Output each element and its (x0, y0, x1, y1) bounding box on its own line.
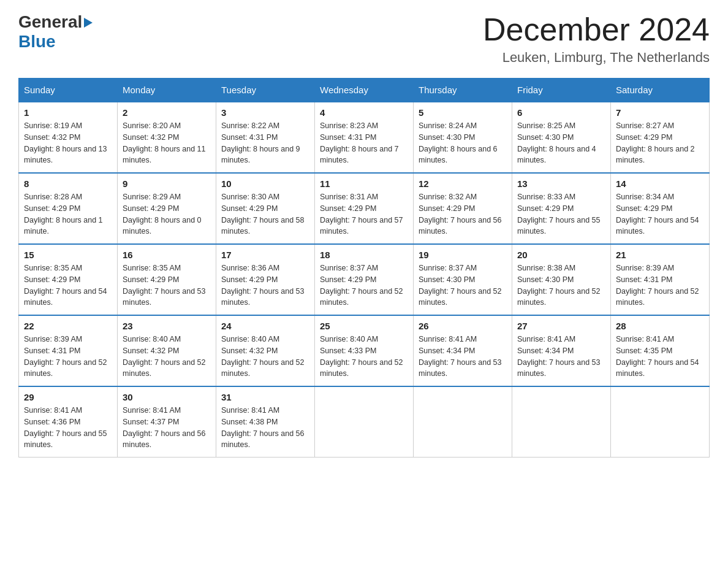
calendar-cell: 15 Sunrise: 8:35 AMSunset: 4:29 PMDaylig… (19, 244, 118, 315)
calendar-cell: 8 Sunrise: 8:28 AMSunset: 4:29 PMDayligh… (19, 173, 118, 244)
week-row-4: 22 Sunrise: 8:39 AMSunset: 4:31 PMDaylig… (19, 315, 710, 386)
day-number: 26 (419, 321, 507, 331)
calendar-cell: 30 Sunrise: 8:41 AMSunset: 4:37 PMDaylig… (118, 386, 216, 458)
day-info: Sunrise: 8:41 AMSunset: 4:35 PMDaylight:… (616, 334, 704, 380)
day-number: 16 (123, 250, 211, 260)
calendar-cell (512, 386, 611, 458)
day-info: Sunrise: 8:32 AMSunset: 4:29 PMDaylight:… (419, 191, 507, 237)
calendar-cell (315, 386, 414, 458)
day-number: 11 (320, 178, 408, 189)
day-number: 24 (221, 321, 309, 331)
calendar-cell: 14 Sunrise: 8:34 AMSunset: 4:29 PMDaylig… (611, 173, 710, 244)
calendar-cell: 18 Sunrise: 8:37 AMSunset: 4:29 PMDaylig… (315, 244, 414, 315)
month-title: December 2024 (483, 12, 710, 47)
calendar-cell: 12 Sunrise: 8:32 AMSunset: 4:29 PMDaylig… (414, 173, 512, 244)
day-number: 4 (320, 107, 408, 118)
calendar-cell: 16 Sunrise: 8:35 AMSunset: 4:29 PMDaylig… (118, 244, 216, 315)
logo: General Blue (18, 12, 93, 52)
day-info: Sunrise: 8:39 AMSunset: 4:31 PMDaylight:… (24, 334, 112, 380)
week-row-1: 1 Sunrise: 8:19 AMSunset: 4:32 PMDayligh… (19, 102, 710, 173)
day-number: 31 (221, 392, 309, 402)
calendar-cell: 22 Sunrise: 8:39 AMSunset: 4:31 PMDaylig… (19, 315, 118, 386)
day-number: 8 (24, 178, 112, 189)
calendar-cell: 29 Sunrise: 8:41 AMSunset: 4:36 PMDaylig… (19, 386, 118, 458)
day-header-sunday: Sunday (19, 79, 118, 102)
day-info: Sunrise: 8:23 AMSunset: 4:31 PMDaylight:… (320, 120, 408, 166)
day-number: 29 (24, 392, 112, 402)
logo-blue-text: Blue (18, 32, 56, 52)
calendar-cell: 31 Sunrise: 8:41 AMSunset: 4:38 PMDaylig… (216, 386, 315, 458)
calendar-cell: 28 Sunrise: 8:41 AMSunset: 4:35 PMDaylig… (611, 315, 710, 386)
day-number: 30 (123, 392, 211, 402)
day-info: Sunrise: 8:25 AMSunset: 4:30 PMDaylight:… (517, 120, 605, 166)
day-number: 6 (517, 107, 605, 118)
calendar-cell: 27 Sunrise: 8:41 AMSunset: 4:34 PMDaylig… (512, 315, 611, 386)
calendar-cell: 11 Sunrise: 8:31 AMSunset: 4:29 PMDaylig… (315, 173, 414, 244)
day-number: 27 (517, 321, 605, 331)
day-number: 12 (419, 178, 507, 189)
day-header-tuesday: Tuesday (216, 79, 315, 102)
calendar-cell: 7 Sunrise: 8:27 AMSunset: 4:29 PMDayligh… (611, 102, 710, 173)
day-header-thursday: Thursday (414, 79, 512, 102)
day-info: Sunrise: 8:31 AMSunset: 4:29 PMDaylight:… (320, 191, 408, 237)
day-header-wednesday: Wednesday (315, 79, 414, 102)
day-number: 17 (221, 250, 309, 260)
day-number: 1 (24, 107, 112, 118)
calendar-cell: 23 Sunrise: 8:40 AMSunset: 4:32 PMDaylig… (118, 315, 216, 386)
day-info: Sunrise: 8:30 AMSunset: 4:29 PMDaylight:… (221, 191, 309, 237)
day-info: Sunrise: 8:37 AMSunset: 4:29 PMDaylight:… (320, 262, 408, 308)
day-number: 3 (221, 107, 309, 118)
day-number: 25 (320, 321, 408, 331)
header-row: SundayMondayTuesdayWednesdayThursdayFrid… (19, 79, 710, 102)
day-number: 23 (123, 321, 211, 331)
day-number: 28 (616, 321, 704, 331)
day-info: Sunrise: 8:39 AMSunset: 4:31 PMDaylight:… (616, 262, 704, 308)
day-info: Sunrise: 8:20 AMSunset: 4:32 PMDaylight:… (123, 120, 211, 166)
logo-triangle-icon (84, 18, 93, 28)
day-number: 18 (320, 250, 408, 260)
day-info: Sunrise: 8:35 AMSunset: 4:29 PMDaylight:… (24, 262, 112, 308)
day-info: Sunrise: 8:24 AMSunset: 4:30 PMDaylight:… (419, 120, 507, 166)
calendar-cell: 19 Sunrise: 8:37 AMSunset: 4:30 PMDaylig… (414, 244, 512, 315)
calendar-cell: 26 Sunrise: 8:41 AMSunset: 4:34 PMDaylig… (414, 315, 512, 386)
day-number: 14 (616, 178, 704, 189)
day-info: Sunrise: 8:41 AMSunset: 4:36 PMDaylight:… (24, 405, 112, 451)
calendar-cell: 25 Sunrise: 8:40 AMSunset: 4:33 PMDaylig… (315, 315, 414, 386)
calendar-table: SundayMondayTuesdayWednesdayThursdayFrid… (18, 78, 710, 458)
calendar-cell: 4 Sunrise: 8:23 AMSunset: 4:31 PMDayligh… (315, 102, 414, 173)
calendar-cell: 9 Sunrise: 8:29 AMSunset: 4:29 PMDayligh… (118, 173, 216, 244)
day-info: Sunrise: 8:40 AMSunset: 4:32 PMDaylight:… (221, 334, 309, 380)
calendar-cell: 24 Sunrise: 8:40 AMSunset: 4:32 PMDaylig… (216, 315, 315, 386)
calendar-cell: 2 Sunrise: 8:20 AMSunset: 4:32 PMDayligh… (118, 102, 216, 173)
day-number: 22 (24, 321, 112, 331)
calendar-cell: 1 Sunrise: 8:19 AMSunset: 4:32 PMDayligh… (19, 102, 118, 173)
day-header-friday: Friday (512, 79, 611, 102)
day-header-monday: Monday (118, 79, 216, 102)
day-info: Sunrise: 8:41 AMSunset: 4:34 PMDaylight:… (517, 334, 605, 380)
day-info: Sunrise: 8:33 AMSunset: 4:29 PMDaylight:… (517, 191, 605, 237)
calendar-cell: 3 Sunrise: 8:22 AMSunset: 4:31 PMDayligh… (216, 102, 315, 173)
day-number: 2 (123, 107, 211, 118)
day-number: 20 (517, 250, 605, 260)
week-row-5: 29 Sunrise: 8:41 AMSunset: 4:36 PMDaylig… (19, 386, 710, 458)
day-info: Sunrise: 8:27 AMSunset: 4:29 PMDaylight:… (616, 120, 704, 166)
location-subtitle: Leuken, Limburg, The Netherlands (483, 50, 710, 66)
day-number: 5 (419, 107, 507, 118)
day-number: 7 (616, 107, 704, 118)
day-header-saturday: Saturday (611, 79, 710, 102)
day-info: Sunrise: 8:41 AMSunset: 4:38 PMDaylight:… (221, 405, 309, 451)
day-info: Sunrise: 8:22 AMSunset: 4:31 PMDaylight:… (221, 120, 309, 166)
day-number: 19 (419, 250, 507, 260)
day-info: Sunrise: 8:34 AMSunset: 4:29 PMDaylight:… (616, 191, 704, 237)
title-section: December 2024 Leuken, Limburg, The Nethe… (483, 12, 710, 66)
day-number: 10 (221, 178, 309, 189)
calendar-cell: 10 Sunrise: 8:30 AMSunset: 4:29 PMDaylig… (216, 173, 315, 244)
day-info: Sunrise: 8:41 AMSunset: 4:37 PMDaylight:… (123, 405, 211, 451)
day-info: Sunrise: 8:37 AMSunset: 4:30 PMDaylight:… (419, 262, 507, 308)
calendar-cell: 21 Sunrise: 8:39 AMSunset: 4:31 PMDaylig… (611, 244, 710, 315)
calendar-cell: 13 Sunrise: 8:33 AMSunset: 4:29 PMDaylig… (512, 173, 611, 244)
day-number: 15 (24, 250, 112, 260)
day-number: 13 (517, 178, 605, 189)
day-number: 9 (123, 178, 211, 189)
page-header: General Blue December 2024 Leuken, Limbu… (18, 12, 710, 66)
